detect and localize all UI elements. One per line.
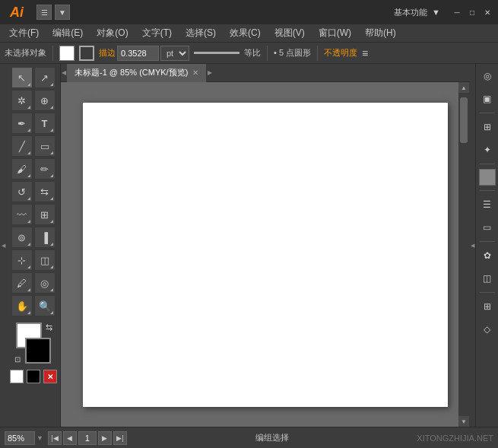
align-panel-btn[interactable]: ⊞ bbox=[478, 297, 496, 316]
tool-row-7: 〰 ⊞ bbox=[6, 204, 60, 225]
type-tool[interactable]: T bbox=[34, 113, 56, 134]
magic-wand-tool[interactable]: ✲ bbox=[11, 90, 33, 111]
menu-window[interactable]: 窗口(W) bbox=[312, 25, 357, 41]
black-swatch[interactable] bbox=[27, 370, 40, 383]
opacity-label: 不透明度 bbox=[324, 47, 357, 59]
zoom-input[interactable] bbox=[5, 431, 35, 445]
layers-panel-btn[interactable]: ◫ bbox=[478, 269, 496, 288]
swatches-panel-btn[interactable]: ▣ bbox=[478, 90, 496, 108]
selection-tool[interactable]: ↖ bbox=[11, 67, 33, 88]
options-divider-1 bbox=[52, 46, 53, 61]
menu-help[interactable]: 帮助(H) bbox=[359, 25, 402, 41]
sun-panel-btn[interactable]: ✿ bbox=[478, 246, 496, 265]
right-panel: ◎ ▣ ⊞ ✦ ☰ ▭ ✿ ◫ ⊞ ◇ bbox=[475, 64, 498, 427]
brushes-panel-btn[interactable]: ⊞ bbox=[478, 118, 496, 136]
quick-color-row: ✕ bbox=[10, 370, 57, 383]
menu-file[interactable]: 文件(F) bbox=[3, 25, 45, 41]
symbols-panel-btn[interactable]: ✦ bbox=[478, 141, 496, 159]
gradient-panel-btn[interactable]: ▭ bbox=[478, 218, 496, 237]
rotate-tool[interactable]: ↺ bbox=[11, 181, 33, 202]
scroll-thumb-vertical[interactable] bbox=[460, 97, 468, 143]
stroke-value-input[interactable] bbox=[117, 46, 159, 61]
arrange-icon-btn[interactable]: ▼ bbox=[55, 5, 70, 20]
menu-edit[interactable]: 编辑(E) bbox=[46, 25, 89, 41]
right-panel-divider-5 bbox=[480, 292, 495, 293]
paintbrush-tool[interactable]: 🖌 bbox=[11, 158, 33, 180]
fill-swatch[interactable] bbox=[59, 46, 75, 61]
direct-selection-tool[interactable]: ↗ bbox=[34, 67, 56, 88]
status-bar: ▼ |◀ ◀ ▶ ▶| 编组选择 XITONGZHIJIA.NET bbox=[0, 427, 498, 448]
transform-panel-btn[interactable]: ◇ bbox=[478, 320, 496, 338]
swap-colors-icon[interactable]: ⇆ bbox=[46, 322, 52, 332]
tab-right-handle[interactable]: ▶ bbox=[207, 69, 213, 76]
lasso-tool[interactable]: ⊕ bbox=[34, 90, 56, 111]
none-swatch[interactable]: ✕ bbox=[43, 370, 57, 383]
stroke-line-preview bbox=[194, 52, 239, 54]
white-swatch[interactable] bbox=[10, 370, 24, 383]
menu-select[interactable]: 选择(S) bbox=[179, 25, 222, 41]
free-transform-tool[interactable]: ⊞ bbox=[34, 204, 56, 225]
document-tab-active[interactable]: 未标题-1 @ 85% (CMYK/预览) ✕ bbox=[67, 64, 207, 82]
next-page-button[interactable]: ▶ bbox=[98, 431, 112, 445]
workspace-selector: 基本功能 ▼ bbox=[394, 7, 440, 18]
page-number-input[interactable] bbox=[78, 431, 97, 445]
maximize-button[interactable]: □ bbox=[466, 6, 478, 18]
right-panel-divider-2 bbox=[480, 164, 495, 164]
document-area: ◀ 未标题-1 @ 85% (CMYK/预览) ✕ ▶ ▲ ▼ bbox=[61, 64, 469, 427]
eyedropper-tool[interactable]: 🖊 bbox=[11, 272, 33, 294]
pen-tool[interactable]: ✒ bbox=[11, 113, 33, 134]
hand-tool[interactable]: ✋ bbox=[11, 295, 33, 316]
doc-tab-close[interactable]: ✕ bbox=[192, 68, 198, 77]
column-graph-tool[interactable]: ▐ bbox=[34, 227, 56, 248]
menu-view[interactable]: 视图(V) bbox=[268, 25, 311, 41]
pencil-tool[interactable]: ✏ bbox=[34, 158, 56, 180]
right-collapse-handle-left[interactable]: ◀ bbox=[469, 64, 475, 427]
artboard bbox=[83, 103, 448, 407]
options-extra-icon[interactable]: ≡ bbox=[362, 47, 368, 59]
right-panel-divider-3 bbox=[480, 190, 495, 191]
minimize-button[interactable]: ─ bbox=[451, 6, 463, 18]
workspace-label: 基本功能 bbox=[394, 7, 427, 18]
last-page-button[interactable]: ▶| bbox=[113, 431, 127, 445]
stroke-unit-select[interactable]: pt bbox=[160, 46, 189, 61]
warp-tool[interactable]: 〰 bbox=[11, 204, 33, 225]
document-icon-btn[interactable]: ☰ bbox=[36, 5, 52, 20]
menu-text[interactable]: 文字(T) bbox=[136, 25, 178, 41]
menu-bar: 文件(F) 编辑(E) 对象(O) 文字(T) 选择(S) 效果(C) 视图(V… bbox=[0, 24, 498, 43]
rect-tool[interactable]: ▭ bbox=[34, 135, 56, 157]
doc-tab-label: 未标题-1 @ 85% (CMYK/预览) bbox=[75, 67, 188, 78]
options-divider-2 bbox=[267, 46, 268, 61]
tool-row-1: ↖ ↗ bbox=[6, 67, 60, 88]
left-collapse-handle[interactable]: ◀ bbox=[0, 64, 6, 427]
dot-shape-label: • 5 点圆形 bbox=[274, 47, 311, 59]
menu-effect[interactable]: 效果(C) bbox=[224, 25, 267, 41]
tab-left-handle[interactable]: ◀ bbox=[61, 69, 67, 76]
blend-tool[interactable]: ◎ bbox=[34, 272, 56, 294]
scroll-up-button[interactable]: ▲ bbox=[458, 82, 469, 93]
right-panel-divider-1 bbox=[480, 113, 495, 113]
gray-panel-btn-1[interactable] bbox=[479, 169, 496, 186]
tool-row-4: ╱ ▭ bbox=[6, 135, 60, 157]
zoom-tool[interactable]: 🔍 bbox=[34, 295, 56, 316]
reflect-tool[interactable]: ⇆ bbox=[34, 181, 56, 202]
prev-page-button[interactable]: ◀ bbox=[63, 431, 77, 445]
close-button[interactable]: ✕ bbox=[481, 6, 493, 18]
tool-row-8: ⊚ ▐ bbox=[6, 227, 60, 248]
canvas-container[interactable]: ▲ ▼ bbox=[61, 82, 469, 427]
first-page-button[interactable]: |◀ bbox=[48, 431, 62, 445]
scroll-down-button[interactable]: ▼ bbox=[458, 416, 469, 427]
stroke-swatch[interactable] bbox=[79, 46, 94, 61]
menu-object[interactable]: 对象(O) bbox=[90, 25, 134, 41]
tool-row-3: ✒ T bbox=[6, 113, 60, 134]
symbol-sprayer-tool[interactable]: ⊚ bbox=[11, 227, 33, 248]
color-panel-btn[interactable]: ◎ bbox=[478, 67, 496, 85]
workspace-chevron: ▼ bbox=[432, 8, 440, 17]
stroke-panel-btn[interactable]: ☰ bbox=[478, 195, 496, 214]
mesh-tool[interactable]: ⊹ bbox=[11, 249, 33, 271]
stroke-label: 描边 bbox=[99, 47, 116, 59]
background-color[interactable] bbox=[25, 338, 51, 364]
gradient-tool[interactable]: ◫ bbox=[34, 249, 56, 271]
options-bar: 未选择对象 描边 pt 等比 • 5 点圆形 不透明度 ≡ bbox=[0, 43, 498, 64]
line-tool[interactable]: ╱ bbox=[11, 135, 33, 157]
reset-colors-icon[interactable]: ⊡ bbox=[14, 355, 21, 364]
